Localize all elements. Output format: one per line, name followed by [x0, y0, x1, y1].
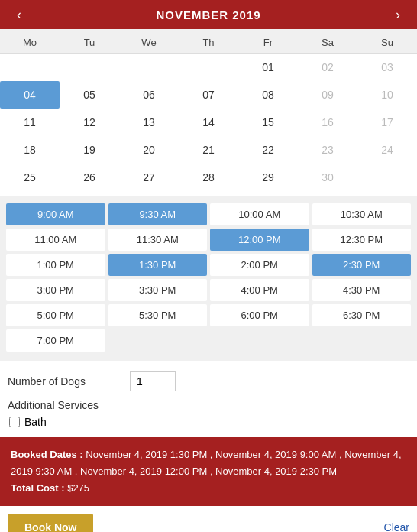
book-now-button[interactable]: Book Now: [8, 514, 93, 532]
calendar-date-cell: [0, 54, 60, 81]
calendar-cells: 0102030405060708091011121314151617181920…: [0, 53, 417, 191]
timeslot-button[interactable]: 2:00 PM: [210, 254, 309, 276]
calendar-day-name: Fr: [238, 34, 298, 51]
bath-checkbox[interactable]: [9, 417, 20, 427]
prev-month-button[interactable]: ‹: [12, 8, 26, 21]
timeslot-row: 1:00 PM1:30 PM2:00 PM2:30 PM: [6, 254, 411, 276]
next-month-button[interactable]: ›: [391, 8, 405, 21]
timeslot-row: 11:00 AM11:30 AM12:00 PM12:30 PM: [6, 229, 411, 251]
timeslot-button[interactable]: 7:00 PM: [6, 329, 105, 352]
timeslot-button[interactable]: 12:00 PM: [210, 229, 309, 251]
timeslot-button[interactable]: 3:00 PM: [6, 279, 105, 301]
calendar-day-name: Mo: [0, 34, 60, 51]
timeslot-button[interactable]: 10:00 AM: [210, 203, 309, 225]
calendar-date-cell[interactable]: 25: [0, 164, 60, 191]
clear-button[interactable]: Clear: [384, 521, 409, 532]
calendar-date-cell[interactable]: 03: [357, 54, 417, 81]
timeslot-button[interactable]: 5:30 PM: [108, 304, 208, 326]
calendar-date-cell[interactable]: 18: [0, 136, 60, 164]
form-section: Number of Dogs Additional Services Bath: [0, 361, 417, 433]
total-cost-label: Total Cost :: [11, 482, 65, 494]
calendar-date-cell: [60, 54, 119, 81]
timeslot-button[interactable]: 11:00 AM: [6, 229, 105, 251]
calendar-date-cell[interactable]: 07: [179, 81, 238, 109]
calendar-date-cell[interactable]: 04: [0, 81, 60, 109]
calendar-date-cell[interactable]: 09: [298, 81, 357, 109]
calendar-date-cell[interactable]: 24: [357, 136, 417, 164]
timeslot-button: [108, 329, 208, 352]
timeslot-row: 5:00 PM5:30 PM6:00 PM6:30 PM: [6, 304, 411, 326]
calendar-date-cell[interactable]: 13: [119, 109, 179, 136]
calendar-date-cell[interactable]: 19: [60, 136, 119, 164]
timeslot-button[interactable]: 4:30 PM: [312, 279, 412, 301]
calendar-title: NOVEMBER 2019: [156, 8, 260, 21]
calendar-date-cell[interactable]: 17: [357, 109, 417, 136]
timeslot-button[interactable]: 1:00 PM: [6, 254, 105, 276]
timeslot-button[interactable]: 9:00 AM: [6, 203, 105, 225]
timeslot-button[interactable]: 9:30 AM: [108, 203, 208, 225]
calendar-date-cell[interactable]: 14: [179, 109, 238, 136]
timeslot-row: 3:00 PM3:30 PM4:00 PM4:30 PM: [6, 279, 411, 301]
calendar-date-cell: [179, 54, 238, 81]
calendar-date-cell[interactable]: 05: [60, 81, 119, 109]
timeslot-button[interactable]: 10:30 AM: [312, 203, 412, 225]
calendar-date-cell[interactable]: 10: [357, 81, 417, 109]
calendar-header: ‹ NOVEMBER 2019 ›: [0, 0, 417, 29]
calendar-day-name: Tu: [60, 34, 119, 51]
calendar-days-header: MoTuWeThFrSaSu: [0, 29, 417, 53]
booking-summary: Booked Dates : November 4, 2019 1:30 PM …: [0, 437, 417, 506]
bath-checkbox-row: Bath: [9, 416, 409, 428]
timeslot-button[interactable]: 11:30 AM: [108, 229, 208, 251]
calendar-date-cell[interactable]: 30: [298, 164, 357, 191]
timeslot-row: 7:00 PM: [6, 329, 411, 352]
calendar-day-name: Sa: [298, 34, 357, 51]
booked-label: Booked Dates :: [11, 449, 83, 460]
calendar-date-cell[interactable]: 12: [60, 109, 119, 136]
timeslot-button[interactable]: 12:30 PM: [312, 229, 412, 251]
timeslot-button[interactable]: 3:30 PM: [108, 279, 208, 301]
timeslot-button[interactable]: 1:30 PM: [108, 254, 208, 276]
calendar-date-cell[interactable]: 22: [238, 136, 298, 164]
bath-label: Bath: [24, 416, 47, 428]
total-cost-line: Total Cost : $275: [11, 480, 406, 497]
calendar-date-cell: [357, 164, 417, 191]
num-dogs-label: Number of Dogs: [8, 375, 130, 388]
timeslot-button[interactable]: 6:30 PM: [312, 304, 412, 326]
additional-services-label: Additional Services: [8, 399, 409, 411]
timeslot-button[interactable]: 5:00 PM: [6, 304, 105, 326]
calendar-date-cell[interactable]: 23: [298, 136, 357, 164]
timeslot-button: [210, 329, 309, 352]
calendar-day-name: Su: [357, 34, 417, 51]
num-dogs-input[interactable]: [130, 371, 176, 391]
timeslot-button[interactable]: 4:00 PM: [210, 279, 309, 301]
timeslot-grid: 9:00 AM9:30 AM10:00 AM10:30 AM11:00 AM11…: [0, 196, 417, 361]
calendar-date-cell[interactable]: 06: [119, 81, 179, 109]
calendar-date-cell[interactable]: 11: [0, 109, 60, 136]
total-cost-value: $275: [67, 482, 89, 494]
timeslot-button[interactable]: 6:00 PM: [210, 304, 309, 326]
calendar-date-cell[interactable]: 27: [119, 164, 179, 191]
calendar-date-cell[interactable]: 28: [179, 164, 238, 191]
calendar-date-cell[interactable]: 02: [298, 54, 357, 81]
calendar-date-cell[interactable]: 01: [238, 54, 298, 81]
footer-row: Book Now Clear: [0, 506, 417, 532]
timeslot-row: 9:00 AM9:30 AM10:00 AM10:30 AM: [6, 203, 411, 225]
calendar-date-cell[interactable]: 20: [119, 136, 179, 164]
calendar-date-cell[interactable]: 29: [238, 164, 298, 191]
calendar-day-name: We: [119, 34, 179, 51]
timeslot-button[interactable]: 2:30 PM: [312, 254, 412, 276]
timeslot-button: [312, 329, 412, 352]
calendar-date-cell[interactable]: 26: [60, 164, 119, 191]
calendar-date-cell[interactable]: 16: [298, 109, 357, 136]
calendar-date-cell[interactable]: 15: [238, 109, 298, 136]
calendar-grid: MoTuWeThFrSaSu 0102030405060708091011121…: [0, 29, 417, 191]
calendar-date-cell: [119, 54, 179, 81]
calendar-day-name: Th: [179, 34, 238, 51]
calendar-date-cell[interactable]: 08: [238, 81, 298, 109]
calendar-date-cell[interactable]: 21: [179, 136, 238, 164]
additional-services-section: Additional Services Bath: [8, 399, 409, 428]
booked-dates-line: Booked Dates : November 4, 2019 1:30 PM …: [11, 446, 406, 480]
num-dogs-row: Number of Dogs: [8, 371, 409, 391]
